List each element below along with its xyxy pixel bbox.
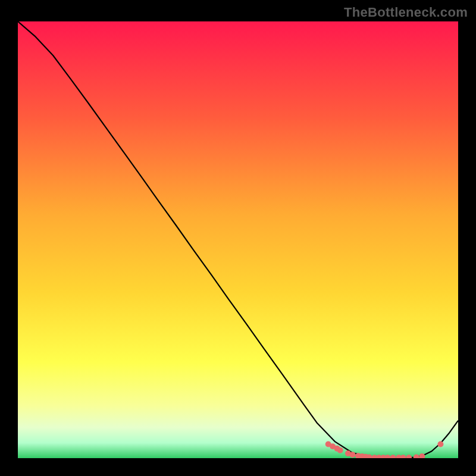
marker-point — [437, 441, 443, 447]
marker-point — [349, 452, 355, 458]
chart-container: TheBottleneck.com — [0, 0, 476, 476]
plot-area — [18, 21, 458, 458]
marker-point — [337, 447, 343, 453]
watermark-text: TheBottleneck.com — [344, 5, 468, 20]
gradient-background — [18, 21, 458, 458]
chart-svg — [18, 21, 458, 458]
